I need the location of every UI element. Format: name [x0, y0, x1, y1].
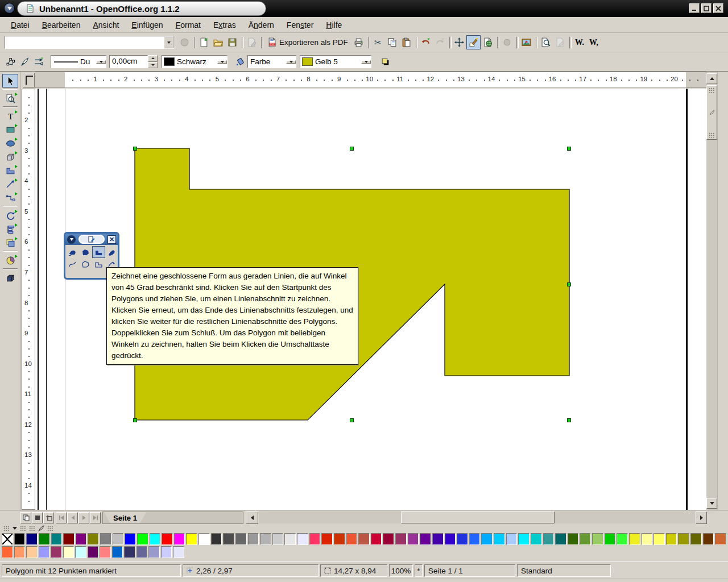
tool-rectangle[interactable] — [2, 123, 18, 136]
toolbar-close-button[interactable]: ✕ — [107, 235, 116, 244]
tool-curve-filled[interactable] — [66, 246, 79, 258]
color-swatch-2266ff[interactable] — [469, 533, 481, 545]
color-swatch-ccccff[interactable] — [161, 546, 172, 558]
spin-up-button[interactable] — [148, 55, 158, 62]
navigator-button[interactable] — [452, 35, 466, 49]
color-swatch-663300[interactable] — [703, 533, 714, 545]
tool-rotate[interactable] — [2, 209, 18, 222]
color-swatch-669933[interactable] — [580, 533, 591, 545]
selection-handle-2[interactable] — [567, 147, 571, 151]
open-file-button[interactable] — [211, 35, 225, 49]
color-swatch-00aaff[interactable] — [481, 533, 493, 545]
color-swatch-333366[interactable] — [124, 546, 135, 558]
line-style-dropdown[interactable] — [96, 60, 106, 64]
color-swatch-ff8080[interactable] — [100, 546, 111, 558]
menu-hilfe[interactable]: Hilfe — [320, 18, 348, 32]
color-swatch-9999ff[interactable] — [39, 546, 50, 558]
fill-type-dropdown[interactable] — [286, 60, 296, 64]
color-swatch-3300cc[interactable] — [445, 533, 456, 545]
color-swatch-008000[interactable] — [39, 533, 50, 545]
menu-einfügen[interactable]: Einfügen — [125, 18, 169, 32]
first-page-button[interactable] — [56, 512, 67, 523]
color-swatch-800080[interactable] — [76, 533, 87, 545]
next-page-button[interactable] — [78, 512, 89, 523]
edit-file-button[interactable] — [553, 35, 567, 49]
menu-format[interactable]: Format — [169, 18, 207, 32]
color-swatch-00eeff[interactable] — [518, 533, 530, 545]
undo-button[interactable] — [419, 35, 433, 49]
color-swatch-ff00ff[interactable] — [174, 533, 185, 545]
color-swatch-00ff00[interactable] — [137, 533, 148, 545]
color-swatch-none[interactable] — [2, 533, 13, 545]
tool-polygon-45[interactable] — [92, 258, 105, 270]
tool-zoom[interactable] — [2, 92, 18, 105]
color-swatch-00ffff[interactable] — [150, 533, 161, 545]
scroll-left-button[interactable] — [246, 512, 258, 524]
tool-text[interactable]: T — [2, 109, 18, 123]
color-swatch-2233dd[interactable] — [457, 533, 468, 545]
color-swatch-660066[interactable] — [88, 546, 99, 558]
tool-connectors[interactable] — [2, 191, 18, 205]
color-swatch-808080[interactable] — [100, 533, 111, 545]
menu-bearbeiten[interactable]: Bearbeiten — [36, 18, 87, 32]
color-swatch-cccc00[interactable] — [666, 533, 677, 545]
line-color-combo[interactable]: Schwarz — [162, 55, 228, 68]
color-swatch-ff6633[interactable] — [2, 546, 13, 558]
tool-polygon[interactable] — [79, 258, 92, 270]
paste-button[interactable] — [399, 35, 413, 49]
edit-points-button[interactable] — [3, 55, 18, 69]
layer-view-button[interactable] — [43, 512, 54, 523]
tool-arrange[interactable] — [2, 236, 18, 250]
status-template[interactable]: Standard — [517, 564, 611, 577]
menu-fenster[interactable]: Fenster — [280, 18, 320, 32]
shadow-button[interactable] — [378, 55, 392, 69]
edit-document-button[interactable] — [245, 35, 259, 49]
color-swatch-0066cc[interactable] — [112, 546, 123, 558]
scroll-down-button[interactable] — [706, 498, 717, 509]
tool-curve[interactable] — [66, 258, 79, 270]
page-tab-seite-1[interactable]: Seite 1 — [104, 512, 146, 523]
previous-page-button[interactable] — [67, 512, 78, 523]
tool-alignment[interactable] — [2, 222, 18, 236]
color-swatch-ffff66[interactable] — [653, 533, 665, 545]
color-swatch-ffcc99[interactable] — [26, 546, 38, 558]
color-swatch-99cc66[interactable] — [592, 533, 603, 545]
color-swatch-ffffff[interactable] — [198, 533, 210, 545]
color-swatch-e8e8ff[interactable] — [297, 533, 308, 545]
vertical-scrollbar[interactable] — [706, 72, 717, 510]
selection-handle-5[interactable] — [133, 418, 137, 422]
whats-this-button[interactable]: W, — [586, 35, 601, 49]
color-swatch-aaccff[interactable] — [506, 533, 518, 545]
stop-circle-button[interactable] — [177, 35, 192, 49]
title-tab[interactable]: Unbenannt1 - OpenOffice.org 1.1.2 — [17, 1, 266, 16]
minimize-button[interactable] — [689, 3, 700, 13]
color-swatch-dd2200[interactable] — [321, 533, 333, 545]
color-swatch-339999[interactable] — [543, 533, 555, 545]
arrow-style-button[interactable] — [32, 55, 46, 69]
color-swatch-00cc00[interactable] — [605, 533, 616, 545]
gallery-button[interactable] — [519, 35, 533, 49]
selection-handle-1[interactable] — [350, 147, 354, 151]
horizontal-ruler[interactable]: 1234567891011121314151617181920 — [35, 72, 706, 88]
color-swatch-eeee22[interactable] — [629, 533, 640, 545]
color-swatch-cc3300[interactable] — [334, 533, 345, 545]
color-swatch-0000ff[interactable] — [125, 533, 136, 545]
color-swatch-ffff00[interactable] — [186, 533, 197, 545]
color-swatch-ccffff[interactable] — [75, 546, 86, 558]
ruler-origin-icon[interactable] — [23, 73, 35, 88]
line-width-value[interactable]: 0,00cm — [109, 55, 148, 68]
color-swatch-666699[interactable] — [136, 546, 148, 558]
color-swatch-c0c0c0[interactable] — [113, 533, 124, 545]
redo-button[interactable] — [433, 35, 447, 49]
scroll-up-button[interactable] — [706, 73, 717, 84]
spin-down-button[interactable] — [148, 62, 158, 69]
menu-ändern[interactable]: Ändern — [242, 18, 280, 32]
tool-select[interactable] — [2, 74, 18, 88]
color-swatch-ee5533[interactable] — [346, 533, 358, 545]
fill-color-combo[interactable]: Gelb 5 — [300, 55, 371, 68]
tool-curve[interactable] — [2, 164, 18, 177]
tool-polygon-45-filled[interactable] — [92, 246, 105, 258]
color-swatch-ff0000[interactable] — [162, 533, 173, 545]
color-swatch-000000[interactable] — [14, 533, 26, 545]
color-swatch-4400aa[interactable] — [432, 533, 444, 545]
